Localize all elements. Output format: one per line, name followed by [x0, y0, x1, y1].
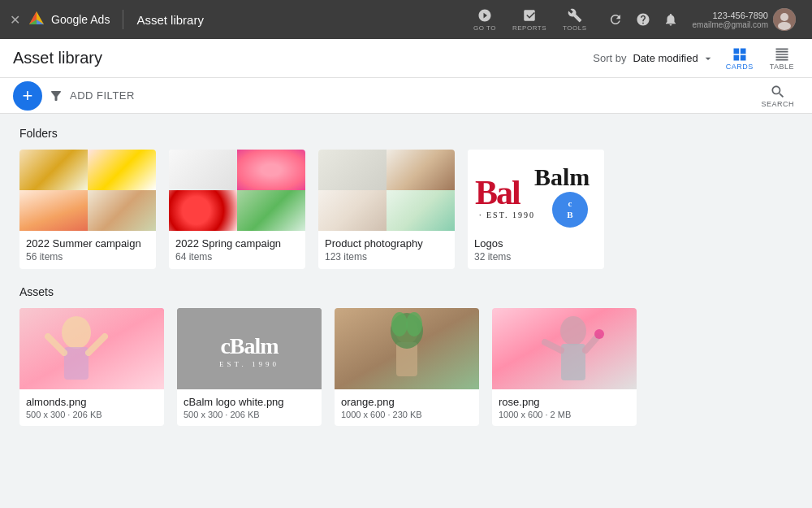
notifications-icon	[663, 12, 678, 27]
add-asset-button[interactable]: +	[13, 81, 42, 111]
cards-view-button[interactable]: CARDS	[721, 43, 758, 74]
add-filter-button[interactable]: ADD FILTER	[70, 89, 135, 102]
user-phone: 123-456-7890	[712, 11, 768, 20]
goto-icon	[477, 8, 492, 23]
asset-card[interactable]: almonds.png 500 x 300 · 206 KB	[19, 308, 164, 426]
asset-name: cBalm logo white.png	[184, 396, 315, 408]
svg-point-23	[406, 312, 422, 336]
svg-text:Bal: Bal	[475, 174, 520, 211]
table-icon	[774, 46, 790, 63]
thumb-cell	[318, 190, 387, 231]
avatar-image	[773, 8, 796, 31]
folder-card[interactable]: Bal Balm · EST. 1990 c B Logos 32 items	[468, 150, 604, 269]
sort-dropdown[interactable]: Date modified	[633, 52, 714, 65]
almonds-image	[19, 308, 164, 389]
google-ads-diamond-icon	[25, 8, 48, 31]
folder-info: 2022 Spring campaign 64 items	[169, 231, 305, 269]
refresh-button[interactable]	[603, 7, 628, 33]
funnel-icon	[49, 89, 63, 103]
notifications-button[interactable]	[658, 7, 684, 33]
help-icon	[636, 12, 650, 27]
svg-point-11	[62, 316, 91, 349]
asset-info: cBalm logo white.png 500 x 300 · 206 KB	[177, 389, 322, 426]
avatar	[773, 8, 796, 31]
asset-name: almonds.png	[26, 396, 158, 408]
orange-image	[335, 308, 479, 389]
sort-by-label: Sort by	[593, 52, 626, 64]
rose-image	[492, 308, 637, 389]
folder-info: Product photography 123 items	[318, 231, 455, 269]
thumb-cell	[169, 150, 237, 190]
cbalm-logo-image: cBalm EST. 1990	[177, 308, 322, 389]
goto-button[interactable]: GO TO	[467, 5, 503, 35]
folder-thumbnail: Bal Balm · EST. 1990 c B	[468, 150, 604, 231]
svg-text:· EST. 1990: · EST. 1990	[479, 211, 535, 219]
thumb-cell	[169, 190, 237, 231]
user-info: 123-456-7890 emailme@gmail.com	[692, 11, 768, 29]
tools-button[interactable]: TOOLS	[556, 5, 593, 35]
assets-section-title: Assets	[19, 285, 793, 298]
folder-card[interactable]: 2022 Spring campaign 64 items	[169, 150, 305, 269]
search-button[interactable]: SEARCH	[756, 80, 799, 111]
tools-icon	[568, 8, 582, 23]
reports-label: REPORTS	[512, 24, 546, 32]
reports-icon	[522, 8, 537, 23]
top-navigation: ✕ Google Ads Asset library GO TO REPORTS…	[0, 0, 812, 39]
thumb-cell	[19, 150, 88, 190]
toolbar-right: Sort by Date modified CARDS TABLE	[593, 43, 799, 74]
goto-label: GO TO	[473, 24, 496, 32]
svg-point-2	[780, 13, 788, 21]
svg-text:EST. 1990: EST. 1990	[219, 360, 279, 368]
thumb-cell	[19, 190, 88, 231]
nav-page-title: Asset library	[136, 13, 204, 27]
table-label: TABLE	[770, 63, 794, 71]
thumb-cell	[318, 150, 387, 190]
cards-label: CARDS	[726, 63, 754, 71]
asset-thumbnail: cBalm EST. 1990	[177, 308, 322, 389]
sort-chevron-icon	[702, 52, 715, 65]
folder-card[interactable]: Product photography 123 items	[318, 150, 455, 269]
google-ads-text: Google Ads	[51, 13, 110, 26]
asset-card[interactable]: cBalm EST. 1990 cBalm logo white.png 500…	[177, 308, 322, 426]
close-icon[interactable]: ✕	[10, 12, 20, 28]
svg-text:cBalm: cBalm	[220, 333, 279, 358]
nav-divider	[123, 10, 123, 29]
asset-meta: 500 x 300 · 206 KB	[184, 410, 315, 419]
folder-count: 64 items	[175, 251, 299, 263]
asset-info: rose.png 1000 x 600 · 2 MB	[492, 389, 637, 426]
asset-meta: 1000 x 600 · 230 KB	[341, 410, 473, 419]
asset-thumbnail	[335, 308, 479, 389]
user-email: emailme@gmail.com	[692, 20, 768, 29]
folder-name: 2022 Spring campaign	[175, 237, 299, 250]
logos-folder-thumb: Bal Balm · EST. 1990 c B	[471, 151, 601, 229]
svg-text:B: B	[567, 210, 573, 219]
folder-count: 32 items	[474, 251, 598, 263]
folder-count: 123 items	[325, 251, 448, 263]
asset-thumbnail	[492, 308, 637, 389]
thumb-cell	[387, 150, 455, 190]
search-icon	[770, 84, 786, 100]
reports-button[interactable]: REPORTS	[506, 5, 553, 35]
page-toolbar: Asset library Sort by Date modified CARD…	[0, 39, 812, 78]
asset-card[interactable]: rose.png 1000 x 600 · 2 MB	[492, 308, 637, 426]
sort-value: Date modified	[633, 52, 698, 64]
asset-info: almonds.png 500 x 300 · 206 KB	[19, 389, 164, 426]
user-menu[interactable]: 123-456-7890 emailme@gmail.com	[685, 5, 802, 34]
svg-point-3	[778, 22, 791, 30]
asset-name: rose.png	[499, 396, 630, 408]
svg-rect-26	[561, 344, 585, 380]
folders-grid: 2022 Summer campaign 56 items	[19, 150, 793, 269]
thumb-cell	[88, 190, 156, 231]
help-button[interactable]	[630, 7, 656, 33]
folder-card[interactable]: 2022 Summer campaign 56 items	[19, 150, 156, 269]
svg-point-25	[560, 316, 586, 345]
asset-meta: 500 x 300 · 206 KB	[26, 410, 158, 419]
filter-bar: + ADD FILTER SEARCH	[0, 78, 812, 114]
folder-info: 2022 Summer campaign 56 items	[19, 231, 156, 269]
assets-grid: almonds.png 500 x 300 · 206 KB cBalm EST…	[19, 308, 793, 426]
folder-info: Logos 32 items	[468, 231, 604, 269]
table-view-button[interactable]: TABLE	[765, 43, 799, 74]
asset-thumbnail	[19, 308, 164, 389]
asset-card[interactable]: orange.png 1000 x 600 · 230 KB	[335, 308, 479, 426]
asset-meta: 1000 x 600 · 2 MB	[499, 410, 630, 419]
